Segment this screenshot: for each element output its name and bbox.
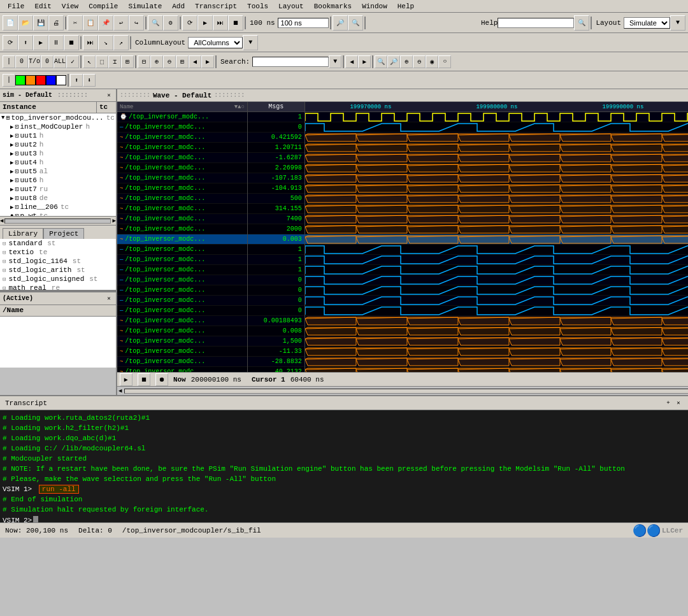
find-btn[interactable]: 🔍: [148, 15, 163, 31]
wave-cursor-btn[interactable]: ⌶: [108, 55, 121, 68]
signal-name-row[interactable]: —/top_inversor_modc...: [117, 122, 247, 133]
signal-name-row[interactable]: —/top_inversor_modc...: [117, 265, 247, 275]
sim-stop-btn[interactable]: ⏹: [64, 35, 79, 50]
signal-name-row[interactable]: ~/top_inversor_modc...: [117, 357, 247, 367]
signal-name-row[interactable]: —/top_inversor_modc...: [117, 275, 247, 285]
tree-item-uut8[interactable]: ▶ ⊡ uut8 de: [0, 194, 116, 203]
obj-close[interactable]: ✕: [104, 294, 113, 303]
menu-file[interactable]: File: [3, 1, 29, 11]
cut-btn[interactable]: ✂: [68, 15, 83, 31]
run-btn[interactable]: ▶: [197, 15, 213, 31]
signal-name-row[interactable]: —/top_inversor_modc...: [117, 296, 247, 306]
wave-zoom-btn[interactable]: ⬚: [96, 55, 108, 68]
new-btn[interactable]: 📄: [3, 15, 18, 31]
signal-name-row[interactable]: —/top_inversor_modc...: [117, 306, 247, 316]
wave-prev-btn[interactable]: ◀: [189, 55, 201, 68]
wave-marker-btn[interactable]: ⊞: [121, 55, 134, 68]
lib-math-real[interactable]: ⊟ math_realre: [0, 283, 116, 290]
time-input[interactable]: [278, 18, 329, 28]
layout-dropdown-btn[interactable]: ▼: [670, 15, 685, 31]
signal-name-row[interactable]: ~/top_inversor_modc...: [117, 173, 247, 183]
paste-btn[interactable]: 📌: [98, 15, 113, 31]
print-btn[interactable]: 🖨: [48, 15, 64, 31]
help-search-btn[interactable]: 🔍: [574, 15, 589, 31]
color-logic[interactable]: |: [3, 74, 15, 87]
open-btn[interactable]: 📂: [18, 15, 33, 31]
scroll-track[interactable]: [124, 389, 688, 394]
tab-library[interactable]: Library: [3, 228, 43, 239]
signal-name-row[interactable]: ~/top_inversor_modc...: [117, 204, 247, 214]
wave-zoom8[interactable]: ○: [438, 55, 451, 68]
signal-name-row[interactable]: ~/top_inversor_modc...: [117, 336, 247, 347]
restart-btn[interactable]: ⟳: [182, 15, 197, 31]
wave-zoom-in2[interactable]: ⊕: [150, 55, 163, 68]
signal-name-row[interactable]: ~/top_inversor_modc...: [117, 183, 247, 194]
signal-name-row[interactable]: ~/top_inversor_modc...: [117, 143, 247, 153]
color-green[interactable]: [15, 75, 25, 85]
undo-btn[interactable]: ↩: [113, 15, 129, 31]
lib-std-logic-unsigned[interactable]: ⊟ std_logic_unsignedst: [0, 275, 116, 283]
tree-item-pwt[interactable]: ● ⊡ p_wt tc: [0, 211, 116, 216]
wave-down-btn[interactable]: ⬇: [83, 74, 96, 87]
wave-zoom7[interactable]: ◉: [426, 55, 438, 68]
tab-project[interactable]: Project: [43, 228, 84, 239]
menu-window[interactable]: Window: [357, 1, 392, 11]
sim-restart-btn[interactable]: ⟳: [3, 35, 18, 50]
wave-zoom-full[interactable]: ⊟: [138, 55, 150, 68]
menu-add[interactable]: Add: [167, 1, 190, 11]
layout-select[interactable]: Simulate Debug: [624, 17, 670, 29]
step-btn[interactable]: ⏭: [213, 15, 228, 31]
wave-zoom-out[interactable]: 🔍: [348, 15, 363, 31]
wave-tb6[interactable]: ✓: [66, 55, 79, 68]
tree-item-uut6[interactable]: ▶ ⊡ uut6 h: [0, 176, 116, 185]
tree-item-uut5[interactable]: ▶ ⊡ uut5 al: [0, 167, 116, 176]
wave-up-btn[interactable]: ⬆: [70, 74, 83, 87]
scroll-left-btn[interactable]: ◀: [117, 387, 123, 394]
transcript-close[interactable]: ✕: [674, 399, 683, 408]
transcript-expand[interactable]: +: [664, 399, 673, 408]
wave-find-prev[interactable]: ◀: [345, 55, 358, 68]
wave-select-btn[interactable]: ↖: [83, 55, 96, 68]
instance-scroll-h[interactable]: ◀ ▶: [0, 216, 116, 225]
signal-name-row[interactable]: ~/top_inversor_modc...: [117, 234, 247, 245]
wave-search-btn[interactable]: ▼: [329, 55, 341, 68]
wave-tb5[interactable]: ALL: [54, 55, 66, 68]
wave-tb3[interactable]: T/o: [28, 55, 41, 68]
wave-next-btn[interactable]: ▶: [201, 55, 214, 68]
wave-zoom5[interactable]: ⊕: [400, 55, 413, 68]
lib-std-logic-1164[interactable]: ⊟ std_logic_1164st: [0, 257, 116, 266]
color-blue[interactable]: [46, 75, 56, 85]
sim-step-out-btn[interactable]: ↗: [113, 35, 129, 50]
lib-std-logic-arith[interactable]: ⊟ std_logic_arithst: [0, 266, 116, 275]
sim-break-btn[interactable]: ⏸: [48, 35, 64, 50]
copy-btn[interactable]: 📋: [83, 15, 98, 31]
tree-item-uut4[interactable]: ▶ ⊡ uut4 h: [0, 158, 116, 167]
lib-textio[interactable]: ⊟ textiote: [0, 248, 116, 257]
wave-tb2[interactable]: 0: [15, 55, 28, 68]
signal-name-row[interactable]: ~/top_inversor_modc...: [117, 163, 247, 173]
menu-view[interactable]: View: [57, 1, 83, 11]
sim-run-btn[interactable]: ▶: [33, 35, 48, 50]
menu-simulate[interactable]: Simulate: [123, 1, 167, 11]
menu-transcript[interactable]: Transcript: [190, 1, 242, 11]
signal-name-row[interactable]: ~/top_inversor_modc...: [117, 153, 247, 163]
wave-tb1[interactable]: |: [3, 55, 15, 68]
wave-zoom4[interactable]: 🔎: [387, 55, 400, 68]
color-red[interactable]: [36, 75, 46, 85]
menu-tools[interactable]: Tools: [242, 1, 273, 11]
help-search[interactable]: [498, 18, 574, 28]
signal-name-row[interactable]: —/top_inversor_modc...: [117, 285, 247, 296]
menu-layout[interactable]: Layout: [273, 1, 309, 11]
signal-name-row[interactable]: ⌚/top_inversor_modc...: [117, 112, 247, 122]
wave-play-btn[interactable]: ▶: [120, 373, 133, 386]
color-orange[interactable]: [25, 75, 36, 85]
wave-zoom3[interactable]: 🔍: [375, 55, 387, 68]
column-layout-select[interactable]: AllColumns: [188, 37, 243, 48]
col-layout-btn[interactable]: ▼: [243, 35, 258, 50]
wave-zoom6[interactable]: ⊖: [413, 55, 426, 68]
instance-panel-close[interactable]: ✕: [104, 91, 113, 100]
wave-search-input[interactable]: [252, 57, 329, 67]
compile-btn[interactable]: ⚙: [163, 15, 178, 31]
signal-name-row[interactable]: ~/top_inversor_modc...: [117, 214, 247, 224]
color-white[interactable]: [56, 75, 66, 85]
